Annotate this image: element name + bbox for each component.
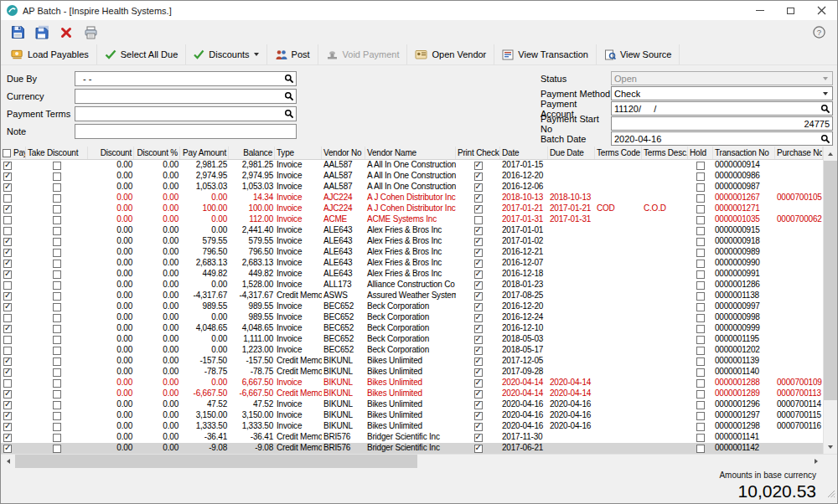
currency-search-button[interactable]	[282, 90, 296, 103]
maximize-button[interactable]	[775, 1, 806, 20]
pay-checkbox[interactable]	[3, 325, 12, 333]
column-header-due_date[interactable]: Due Date	[548, 147, 595, 159]
pay-checkbox[interactable]	[3, 183, 12, 192]
grid-row[interactable]: 0.000.001,053.031,053.03InvoiceAAL587A A…	[1, 182, 823, 193]
take_discount-checkbox[interactable]	[53, 347, 61, 355]
batch-date-input[interactable]	[612, 132, 818, 145]
pay-checkbox[interactable]	[3, 412, 12, 420]
batch-date-search-button[interactable]	[818, 132, 832, 145]
pay-checkbox[interactable]	[3, 314, 12, 322]
close-button[interactable]	[806, 1, 837, 20]
horizontal-scrollbar[interactable]	[1, 454, 837, 468]
column-header-pay_amount[interactable]: Pay Amount	[180, 147, 229, 159]
take_discount-checkbox[interactable]	[53, 249, 61, 257]
hold-checkbox[interactable]	[696, 227, 705, 235]
pay-checkbox[interactable]	[3, 357, 12, 366]
column-header-purchase_no[interactable]: Purchase No	[775, 147, 823, 159]
payment-method-select[interactable]: Check	[611, 86, 833, 100]
view-transaction-button[interactable]: View Transaction	[494, 44, 597, 64]
grid-row[interactable]: 0.000.00579.55579.55InvoiceALE643Alex Fr…	[1, 236, 823, 247]
grid-row[interactable]: 0.000.00-36.41-36.41Credit MemoBRI576Bri…	[1, 432, 823, 443]
grid-row[interactable]: 0.000.000.00112.00InvoiceACMEACME System…	[1, 214, 823, 225]
pay-checkbox[interactable]	[3, 336, 12, 344]
grid-row[interactable]: 0.000.00-6,667.50-6,667.50Credit MemoBIK…	[1, 388, 823, 399]
pay-checkbox[interactable]	[3, 270, 12, 279]
payment-terms-input[interactable]	[75, 107, 282, 121]
hold-checkbox[interactable]	[696, 445, 705, 453]
payment-terms-search-button[interactable]	[282, 107, 296, 121]
take_discount-checkbox[interactable]	[53, 162, 61, 170]
scroll-up-button[interactable]	[824, 147, 837, 161]
hold-checkbox[interactable]	[696, 281, 705, 290]
take_discount-checkbox[interactable]	[53, 292, 61, 301]
column-header-hold[interactable]: Hold	[688, 147, 713, 159]
scroll-left-button[interactable]	[1, 455, 15, 468]
print_check-checkbox[interactable]	[474, 183, 483, 192]
column-header-date[interactable]: Date	[500, 147, 548, 159]
hold-checkbox[interactable]	[696, 401, 705, 409]
hold-checkbox[interactable]	[696, 379, 705, 388]
pay-checkbox[interactable]	[3, 434, 12, 442]
print_check-checkbox[interactable]	[474, 292, 483, 301]
hold-checkbox[interactable]	[696, 368, 705, 377]
grid-row[interactable]: 0.000.00449.82449.82InvoiceALE643Alex Fr…	[1, 269, 823, 280]
grid-row[interactable]: 0.000.001,333.501,333.50InvoiceBIKUNLBik…	[1, 421, 823, 432]
print_check-checkbox[interactable]	[474, 434, 483, 442]
discounts-dropdown-caret[interactable]	[254, 53, 259, 56]
take_discount-checkbox[interactable]	[53, 194, 61, 203]
hold-checkbox[interactable]	[696, 412, 705, 420]
hold-checkbox[interactable]	[696, 347, 705, 355]
take_discount-checkbox[interactable]	[53, 227, 61, 235]
take_discount-checkbox[interactable]	[53, 336, 61, 344]
minimize-button[interactable]	[744, 1, 775, 20]
print_check-checkbox[interactable]	[474, 281, 483, 290]
save-close-button[interactable]	[31, 22, 53, 43]
column-header-discount[interactable]: Discount	[88, 147, 134, 159]
take_discount-checkbox[interactable]	[53, 270, 61, 279]
delete-button[interactable]	[55, 22, 77, 43]
hold-checkbox[interactable]	[696, 390, 705, 399]
grid-row[interactable]: 0.000.004,048.654,048.65InvoiceBEC652Bec…	[1, 323, 823, 334]
pay-checkbox[interactable]	[3, 368, 12, 377]
grid-row[interactable]: 0.000.00-9.08-9.08Credit MemoBRI576Bridg…	[1, 443, 823, 454]
view-source-button[interactable]: View Source	[597, 44, 680, 64]
pay-checkbox[interactable]	[3, 281, 12, 290]
hold-checkbox[interactable]	[696, 325, 705, 333]
help-button[interactable]: ?	[808, 22, 830, 43]
pay-checkbox[interactable]	[3, 292, 12, 301]
hold-checkbox[interactable]	[696, 434, 705, 442]
take_discount-checkbox[interactable]	[53, 423, 61, 431]
pay-checkbox[interactable]	[3, 379, 12, 388]
print_check-checkbox[interactable]	[474, 325, 483, 333]
take_discount-checkbox[interactable]	[53, 412, 61, 420]
pay-checkbox[interactable]	[3, 390, 12, 399]
hold-checkbox[interactable]	[696, 270, 705, 279]
take_discount-checkbox[interactable]	[53, 281, 61, 290]
take_discount-checkbox[interactable]	[53, 172, 61, 181]
print_check-checkbox[interactable]	[474, 401, 483, 409]
select-all-due-button[interactable]: Select All Due	[97, 44, 186, 64]
take_discount-checkbox[interactable]	[53, 325, 61, 333]
discounts-button[interactable]: Discounts	[186, 44, 266, 64]
hold-checkbox[interactable]	[696, 216, 705, 224]
grid-row[interactable]: 0.000.002,981.252,981.25InvoiceAAL587A A…	[1, 160, 823, 171]
horizontal-scroll-track[interactable]	[15, 455, 809, 468]
print_check-checkbox[interactable]	[474, 194, 483, 203]
hold-checkbox[interactable]	[696, 336, 705, 344]
take_discount-checkbox[interactable]	[53, 401, 61, 409]
column-header-take_discount[interactable]: Take Discount	[26, 147, 88, 159]
grid-row[interactable]: 0.000.002,683.132,683.13InvoiceALE643Ale…	[1, 258, 823, 269]
take_discount-checkbox[interactable]	[53, 379, 61, 388]
pay-checkbox[interactable]	[3, 162, 12, 170]
print_check-checkbox[interactable]	[474, 390, 483, 399]
void-payment-button[interactable]: Void Payment	[318, 44, 408, 64]
currency-input[interactable]	[75, 90, 282, 103]
note-input[interactable]	[75, 125, 296, 138]
take_discount-checkbox[interactable]	[53, 303, 61, 311]
column-header-vendor_no[interactable]: Vendor No	[322, 147, 365, 159]
hold-checkbox[interactable]	[696, 314, 705, 322]
load-payables-button[interactable]: Load Payables	[3, 44, 97, 64]
grid-row[interactable]: 0.000.000.001,528.00InvoiceALL173Allianc…	[1, 280, 823, 291]
hold-checkbox[interactable]	[696, 249, 705, 257]
take_discount-checkbox[interactable]	[53, 445, 61, 453]
